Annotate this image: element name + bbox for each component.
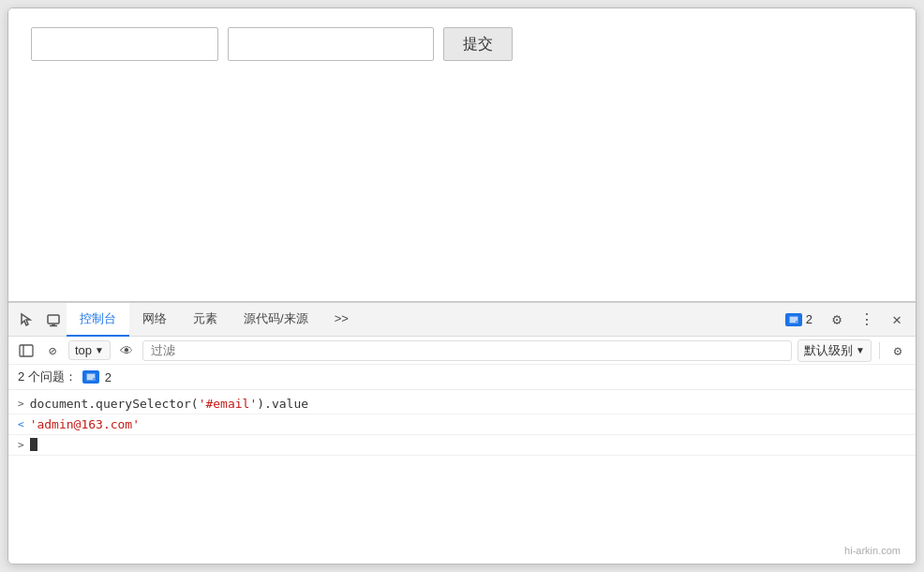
console-line-cursor[interactable]: > (8, 435, 916, 456)
console-line-output: < 'admin@163.com' (8, 414, 916, 435)
devtools-toolbar: ⊘ top ▼ 👁 默认级别 ▼ ⚙ (8, 337, 916, 365)
clear-icon[interactable]: ⊘ (42, 340, 63, 361)
console-output: > document.querySelector('#email').value… (8, 390, 916, 564)
issues-badge-icon (785, 313, 802, 326)
level-select[interactable]: 默认级别 ▼ (797, 339, 872, 362)
watermark: hi-arkin.com (844, 545, 901, 556)
console-arrow-cursor: > (18, 438, 24, 451)
cursor-blink (30, 438, 37, 451)
settings-icon[interactable]: ⚙ (824, 307, 850, 333)
console-settings-icon[interactable]: ⚙ (887, 340, 908, 361)
console-line-input: > document.querySelector('#email').value (8, 394, 916, 414)
more-options-icon[interactable]: ⋮ (854, 307, 880, 333)
tab-network[interactable]: 网络 (129, 303, 180, 337)
browser-window: 提交 控制台 网络 (7, 8, 917, 564)
chevron-down-icon: ▼ (95, 345, 104, 355)
email-input[interactable] (31, 27, 218, 61)
console-text-1: document.querySelector('#email').value (30, 397, 308, 411)
page-content: 提交 (8, 8, 916, 301)
issues-text: 2 个问题： (18, 369, 77, 385)
separator (879, 342, 880, 359)
eye-icon[interactable]: 👁 (116, 340, 137, 361)
issues-count-label: 2 (105, 370, 112, 384)
console-arrow-left[interactable]: < (18, 417, 24, 430)
form-row: 提交 (31, 27, 893, 61)
submit-button[interactable]: 提交 (443, 27, 513, 61)
issues-row: 2 个问题： 2 (8, 365, 916, 390)
selector-icon[interactable] (14, 307, 40, 333)
issues-count-badge (82, 370, 99, 384)
tab-sources[interactable]: 源代码/来源 (231, 303, 321, 337)
sidebar-toggle-icon[interactable] (16, 340, 37, 361)
console-text-2: 'admin@163.com' (30, 417, 140, 431)
context-selector[interactable]: top ▼ (68, 340, 111, 360)
tab-more[interactable]: >> (321, 303, 362, 337)
svg-rect-0 (48, 315, 59, 324)
tab-elements[interactable]: 元素 (180, 303, 231, 337)
device-icon[interactable] (40, 307, 67, 333)
tab-right-controls: 2 ⚙ ⋮ ✕ (778, 307, 910, 333)
tab-console[interactable]: 控制台 (67, 303, 129, 337)
close-icon[interactable]: ✕ (884, 307, 910, 333)
filter-input[interactable] (142, 340, 792, 361)
console-arrow-right[interactable]: > (18, 397, 24, 410)
devtools-tab-bar: 控制台 网络 元素 源代码/来源 >> 2 (8, 303, 916, 337)
svg-rect-7 (20, 345, 33, 356)
chevron-down-icon-level: ▼ (856, 345, 865, 355)
issues-badge-btn[interactable]: 2 (778, 310, 820, 328)
password-input[interactable] (228, 27, 434, 61)
devtools-panel: 控制台 网络 元素 源代码/来源 >> 2 (8, 301, 916, 564)
